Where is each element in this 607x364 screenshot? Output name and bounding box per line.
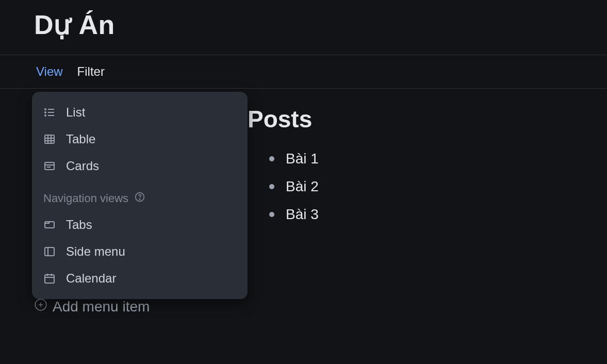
svg-rect-9: [45, 135, 54, 143]
help-icon[interactable]: [135, 192, 145, 205]
dd-item-label: List: [66, 105, 85, 120]
dd-item-list[interactable]: List: [32, 99, 248, 126]
bullet-icon: [269, 212, 274, 217]
view-dropdown: List Table Cards Navigation views Tabs: [32, 92, 248, 299]
svg-point-7: [45, 112, 46, 113]
svg-point-18: [139, 199, 140, 200]
svg-rect-20: [45, 247, 54, 256]
side-menu-icon: [43, 245, 56, 258]
dd-section-navigation: Navigation views: [32, 179, 248, 211]
svg-point-8: [45, 115, 46, 116]
tab-row: View Filter: [0, 55, 607, 88]
list-item[interactable]: Bài 1: [269, 151, 607, 167]
page-title: Dự Án: [34, 9, 607, 40]
post-label: Bài 2: [286, 178, 319, 195]
dd-item-side-menu[interactable]: Side menu: [32, 238, 248, 265]
dd-item-table[interactable]: Table: [32, 126, 248, 153]
svg-rect-22: [45, 275, 54, 283]
table-icon: [43, 133, 56, 145]
plus-circle-icon: [34, 298, 47, 315]
list-icon: [43, 106, 56, 119]
svg-point-6: [45, 109, 46, 110]
dd-item-calendar[interactable]: Calendar: [32, 265, 248, 292]
dd-item-label: Tabs: [66, 218, 92, 232]
dd-item-cards[interactable]: Cards: [32, 153, 248, 179]
dd-item-label: Side menu: [66, 244, 125, 259]
add-menu-item-label: Add menu item: [53, 299, 150, 315]
dd-item-label: Table: [66, 132, 95, 146]
bullet-icon: [269, 156, 274, 161]
dd-item-label: Cards: [66, 159, 99, 173]
dd-section-label: Navigation views: [43, 192, 128, 205]
post-label: Bài 3: [286, 206, 319, 223]
tab-view[interactable]: View: [36, 64, 63, 79]
tabs-icon: [43, 219, 56, 231]
post-label: Bài 1: [286, 151, 319, 167]
tab-filter[interactable]: Filter: [77, 64, 105, 79]
post-list: Bài 1 Bài 2 Bài 3: [269, 151, 607, 223]
dd-item-label: Calendar: [66, 271, 116, 286]
section-heading-posts: Posts: [248, 105, 607, 133]
calendar-icon: [43, 272, 56, 285]
list-item[interactable]: Bài 2: [269, 178, 607, 195]
cards-icon: [43, 160, 56, 172]
title-bar: Dự Án: [0, 0, 607, 55]
svg-rect-14: [45, 162, 54, 170]
bullet-icon: [269, 184, 274, 189]
dd-item-tabs[interactable]: Tabs: [32, 211, 248, 238]
add-menu-item-button[interactable]: Add menu item: [34, 298, 150, 315]
list-item[interactable]: Bài 3: [269, 206, 607, 223]
